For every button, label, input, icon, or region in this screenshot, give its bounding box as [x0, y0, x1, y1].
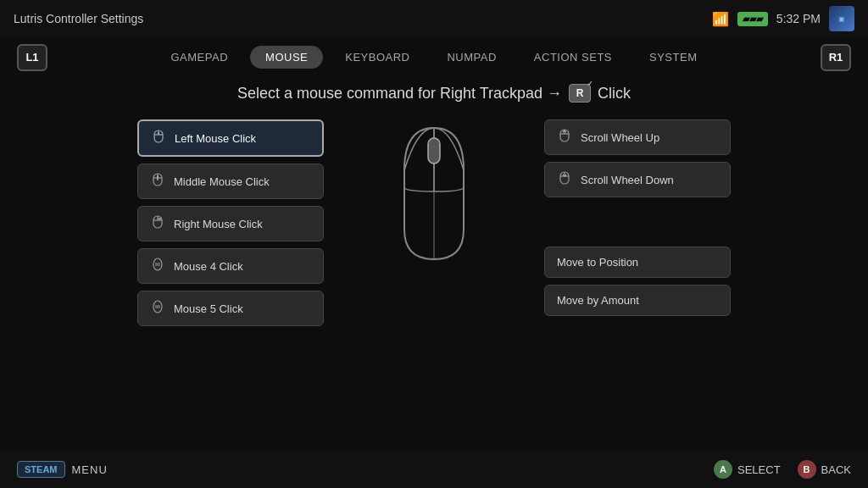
mouse4-icon — [150, 258, 165, 274]
btn-left-mouse-click-label: Left Mouse Click — [175, 132, 256, 145]
right-mouse-icon — [150, 215, 165, 232]
tab-gamepad[interactable]: GAMEPAD — [155, 46, 243, 69]
right-column: Scroll Wheel Up Scroll Wheel Down Move t… — [544, 119, 731, 316]
svg-rect-1 — [157, 175, 159, 178]
subtitle-prefix: Select a mouse command for Right Trackpa… — [237, 85, 562, 103]
select-label: SELECT — [737, 463, 781, 476]
l1-badge[interactable]: L1 — [17, 44, 47, 71]
steam-badge[interactable]: STEAM — [17, 461, 65, 478]
top-bar: Lutris Controller Settings 📶 ▰▰▰ 5:32 PM… — [0, 0, 868, 37]
select-action: A SELECT — [714, 460, 781, 479]
svg-rect-0 — [158, 132, 159, 135]
main-content: Left Mouse Click Middle Mouse Click — [0, 119, 868, 326]
back-action: B BACK — [798, 460, 851, 479]
bottom-right-actions: A SELECT B BACK — [714, 460, 851, 479]
scroll-down-icon — [557, 171, 572, 188]
btn-mouse-5-click[interactable]: Mouse 5 Click — [137, 291, 324, 326]
bottom-bar: STEAM MENU A SELECT B BACK — [0, 451, 868, 488]
window-title: Lutris Controller Settings — [14, 12, 143, 25]
battery-icon: ▰▰▰ — [737, 12, 768, 26]
btn-scroll-wheel-down[interactable]: Scroll Wheel Down — [544, 162, 731, 197]
btn-scroll-wheel-up[interactable]: Scroll Wheel Up — [544, 119, 731, 155]
steam-menu: STEAM MENU — [17, 461, 108, 478]
tab-mouse[interactable]: MOUSE — [250, 46, 323, 69]
wifi-icon: 📶 — [712, 11, 729, 27]
tab-keyboard[interactable]: KEYBOARD — [330, 46, 425, 69]
btn-move-by-amount[interactable]: Move by Amount — [544, 285, 731, 316]
avatar: ▣ — [829, 6, 854, 31]
tab-system[interactable]: SYSTEM — [634, 46, 712, 69]
menu-label: MENU — [72, 463, 108, 476]
subtitle: Select a mouse command for Right Trackpa… — [0, 84, 868, 103]
btn-scroll-wheel-down-label: Scroll Wheel Down — [581, 174, 674, 186]
tab-numpad[interactable]: NUMPAD — [431, 46, 511, 69]
btn-middle-mouse-click-label: Middle Mouse Click — [174, 175, 270, 188]
top-bar-right: 📶 ▰▰▰ 5:32 PM ▣ — [712, 6, 854, 31]
b-button[interactable]: B — [798, 460, 816, 479]
middle-mouse-icon — [150, 173, 165, 190]
btn-scroll-wheel-up-label: Scroll Wheel Up — [581, 131, 659, 144]
right-col-bottom: Move to Position Move by Amount — [544, 247, 731, 316]
back-label: BACK — [821, 463, 851, 476]
svg-point-3 — [153, 258, 162, 270]
btn-move-to-position-label: Move to Position — [557, 256, 638, 269]
btn-move-by-amount-label: Move by Amount — [557, 294, 639, 307]
subtitle-suffix: Click — [598, 85, 631, 103]
btn-left-mouse-click[interactable]: Left Mouse Click — [137, 119, 324, 157]
mouse-click-icon — [151, 130, 166, 147]
scroll-up-icon — [557, 129, 572, 146]
btn-mouse-4-click[interactable]: Mouse 4 Click — [137, 248, 324, 284]
btn-move-to-position[interactable]: Move to Position — [544, 247, 731, 278]
btn-right-mouse-click-label: Right Mouse Click — [174, 218, 263, 230]
svg-point-6 — [153, 301, 162, 313]
btn-mouse-5-click-label: Mouse 5 Click — [174, 302, 243, 315]
mouse-diagram — [366, 119, 502, 263]
a-button[interactable]: A — [714, 460, 732, 479]
r-badge: R — [569, 84, 591, 103]
btn-right-mouse-click[interactable]: Right Mouse Click — [137, 206, 324, 241]
btn-mouse-4-click-label: Mouse 4 Click — [174, 260, 243, 273]
clock: 5:32 PM — [776, 12, 821, 25]
mouse5-icon — [150, 300, 165, 317]
right-col-top: Scroll Wheel Up Scroll Wheel Down — [544, 119, 731, 197]
nav-tabs: L1 GAMEPAD MOUSE KEYBOARD NUMPAD ACTION … — [0, 37, 868, 77]
btn-middle-mouse-click[interactable]: Middle Mouse Click — [137, 164, 324, 199]
left-column: Left Mouse Click Middle Mouse Click — [137, 119, 324, 326]
r1-badge[interactable]: R1 — [821, 44, 851, 71]
tab-action-sets[interactable]: ACTION SETS — [519, 46, 627, 69]
svg-rect-9 — [428, 138, 440, 164]
